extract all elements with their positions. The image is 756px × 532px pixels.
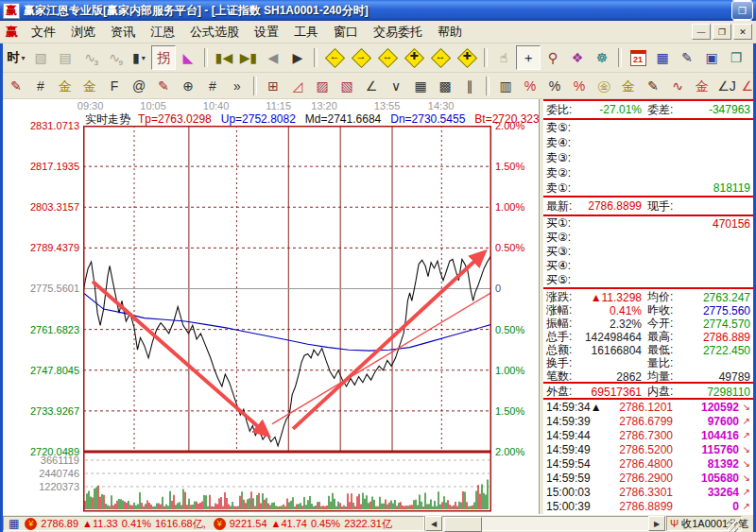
price-plot[interactable]	[83, 126, 491, 452]
next-page-icon[interactable]: ▶	[285, 45, 310, 70]
fan-shade-icon[interactable]: ▧	[335, 74, 359, 98]
period-selector-button[interactable]: 时▾	[4, 45, 28, 70]
stat-row: 总额:16166804最低:2722.450	[543, 342, 753, 355]
more-tools-button[interactable]: »	[225, 74, 249, 98]
menu-浏览[interactable]: 浏览	[63, 23, 103, 41]
network-status-text: 收1A0001分笔	[681, 517, 748, 531]
intraday-chart-panel[interactable]: 09:3010:0510:4011:1513:2013:5514:30 实时走势…	[3, 99, 539, 514]
menu-items: 文件浏览资讯江恩公式选股设置工具窗口交易委托帮助	[24, 23, 470, 41]
gold-under-icon[interactable]: 金	[690, 74, 714, 98]
web-info-icon[interactable]: ☸	[590, 45, 614, 70]
fan-box-icon[interactable]: ▨	[310, 74, 335, 98]
fibonacci-grid-icon[interactable]: F	[102, 74, 127, 98]
scroll-left-icon[interactable]: ←	[321, 45, 348, 70]
compress-all-icon[interactable]: ✚	[454, 45, 480, 70]
last-page-icon[interactable]: ▶▮	[236, 45, 261, 70]
scroll-track[interactable]	[442, 517, 648, 530]
title-bar: 赢 赢家江恩专业版[赢家内部服务平台] - [上证指数 SH1A0001-240…	[0, 0, 756, 21]
fan-lines-icon[interactable]: ◿	[285, 74, 310, 98]
bar-scale-icon[interactable]: ▥	[493, 74, 518, 98]
first-page-icon[interactable]: ▮◀	[212, 45, 236, 70]
gann-gold-grid2-icon[interactable]: 金	[77, 74, 102, 98]
slash-percent-icon[interactable]: %	[518, 74, 542, 98]
percent-icon[interactable]: %	[542, 74, 567, 98]
scroll-right-button[interactable]: ▶	[648, 516, 665, 531]
percent-line-icon[interactable]: %	[567, 74, 592, 98]
menu-帮助[interactable]: 帮助	[430, 23, 470, 41]
tick-row[interactable]: 14:59:592786.2900105680↘	[543, 471, 753, 485]
v-check-icon[interactable]: ∨	[384, 74, 408, 98]
gann-gold-grid-icon[interactable]: 金	[53, 74, 77, 98]
menu-窗口[interactable]: 窗口	[326, 23, 366, 41]
menu-资讯[interactable]: 资讯	[103, 23, 143, 41]
prev-page-icon[interactable]: ◀	[261, 45, 285, 70]
mdi-restore-button[interactable]: ❐	[713, 24, 731, 40]
restore-button[interactable]: ❐	[731, 1, 753, 20]
wave-zero-icon[interactable]: ∿	[665, 74, 690, 98]
grid-dense-icon[interactable]: ▩	[433, 74, 457, 98]
multi-window-icon[interactable]: ❐	[724, 45, 748, 70]
draw-pointer-icon[interactable]: ✎	[4, 74, 28, 98]
mdi-close-button[interactable]: ✕	[733, 24, 752, 40]
crosshair-icon[interactable]: ＋	[516, 45, 541, 70]
menu-文件[interactable]: 文件	[24, 23, 63, 41]
spiral-tool-icon[interactable]: @	[127, 74, 151, 98]
menu-设置[interactable]: 设置	[247, 23, 286, 41]
menu-交易委托[interactable]: 交易委托	[366, 23, 430, 41]
scroll-thumb[interactable]	[444, 517, 482, 532]
time-tick: 09:30	[77, 100, 104, 112]
menu-工具[interactable]: 工具	[286, 23, 326, 41]
menu-江恩[interactable]: 江恩	[143, 23, 182, 41]
save-icon[interactable]: ▣	[699, 45, 724, 70]
time-tick: 10:40	[203, 100, 230, 112]
menu-公式选股[interactable]: 公式选股	[182, 23, 247, 41]
hash-tool-icon[interactable]: #	[200, 74, 225, 98]
price-tick: 2831.0713	[30, 120, 79, 131]
candle-style-button[interactable]: ▮▾	[127, 45, 151, 70]
calculator-icon[interactable]: ▦	[650, 45, 675, 70]
scroll-right-icon[interactable]: →	[348, 45, 374, 70]
mdi-minimize-button[interactable]: —	[692, 24, 711, 40]
compress-horizontal-icon[interactable]: ↔	[427, 45, 454, 70]
gold-line-icon[interactable]: 金	[616, 74, 641, 98]
tick-row[interactable]: 14:59:442786.7300104416↗	[543, 428, 753, 442]
tick-row[interactable]: 15:00:392786.88990↗	[543, 499, 753, 513]
horizontal-scrollbar[interactable]: ◀ ▶	[424, 516, 666, 531]
j-angle-icon[interactable]: ∠J	[714, 74, 739, 98]
window-title: 赢家江恩专业版[赢家内部服务平台] - [上证指数 SH1A0001-240分时…	[24, 3, 730, 19]
application-window: 赢 赢家江恩专业版[赢家内部服务平台] - [上证指数 SH1A0001-240…	[0, 0, 756, 532]
alerts-icon[interactable]: ❖	[565, 45, 590, 70]
expand-all-icon[interactable]: ✚	[401, 45, 427, 70]
stat-row: 涨跌:▲11.3298均价:2763.247	[543, 289, 753, 302]
calendar-icon[interactable]: 21	[626, 45, 650, 70]
volume-tick: 1220373	[39, 481, 79, 492]
grid-box-icon[interactable]: ▦	[408, 74, 433, 98]
grid-tool-icon[interactable]: #	[28, 74, 53, 98]
gann-level-Tp: Tp=2763.0298	[138, 112, 212, 126]
notepad-icon[interactable]: ✎	[675, 45, 699, 70]
tick-row[interactable]: 14:59:542786.480081392↘	[543, 456, 753, 471]
pan-hand-icon[interactable]: ☝	[491, 45, 516, 70]
tick-row[interactable]: 14:59:34▲2786.1201120592↘	[543, 400, 753, 414]
percent-tick: 0.50%	[495, 324, 524, 335]
time-cycle-icon[interactable]: ⊕	[176, 74, 200, 98]
gold-circle-icon[interactable]: ㊎	[592, 74, 616, 98]
parallel-lines-icon[interactable]: ∥	[457, 74, 482, 98]
tick-row[interactable]: 14:59:492786.5200115760↘	[543, 442, 753, 456]
expand-horizontal-icon[interactable]: ↔	[374, 45, 401, 70]
app-icon: 赢	[3, 3, 20, 19]
tick-row[interactable]: 15:00:032786.330133264↗	[543, 485, 753, 499]
gann-turn-icon[interactable]: 拐	[151, 45, 176, 70]
resize-grip[interactable]	[727, 521, 738, 532]
volume-pane[interactable]	[83, 452, 491, 512]
draw-marker-icon[interactable]: ✎	[151, 74, 176, 98]
box-tool-icon[interactable]: ⊞	[261, 74, 285, 98]
menu-app-icon: 赢	[6, 24, 18, 41]
candle-draw-icon[interactable]: ✎	[641, 74, 665, 98]
magnifier-icon[interactable]: ⚲	[541, 45, 565, 70]
tick-row[interactable]: 14:59:392786.679997600↗	[543, 414, 753, 428]
color-chart-icon[interactable]: ◣	[176, 45, 200, 70]
angle-lines-icon[interactable]: ∠	[359, 74, 384, 98]
buy-levels: 买①:470156买②:买③:买④:买⑤:	[543, 216, 753, 289]
scroll-left-button[interactable]: ◀	[425, 516, 442, 531]
